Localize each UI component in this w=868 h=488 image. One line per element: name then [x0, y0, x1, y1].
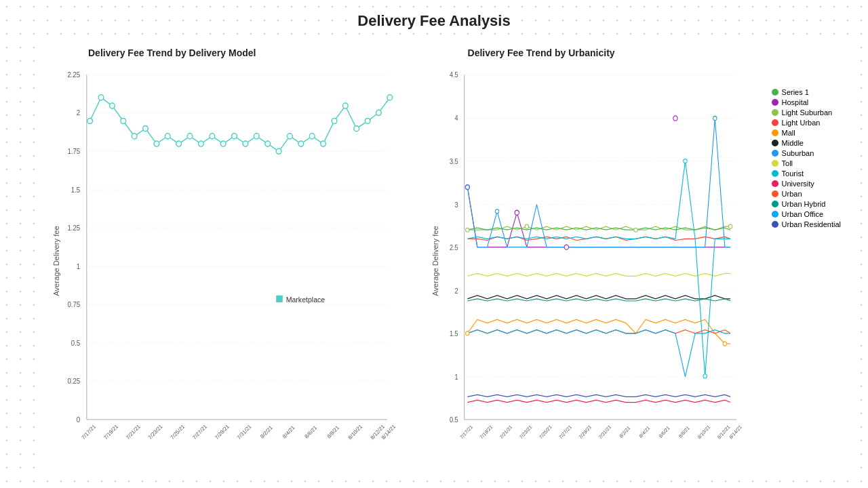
legend-dot-toll — [772, 160, 778, 167]
legend-dot-urban — [772, 190, 778, 197]
legend-dot-urban-hybrid — [772, 201, 778, 207]
legend-item-mall: Mall — [772, 129, 841, 137]
svg-text:7/23/21: 7/23/21 — [518, 424, 533, 441]
svg-text:2: 2 — [454, 287, 458, 295]
svg-text:0.75: 0.75 — [67, 301, 80, 308]
legend-item-university: University — [772, 180, 841, 188]
svg-text:8/14/21: 8/14/21 — [728, 424, 743, 441]
svg-point-90 — [673, 116, 677, 121]
svg-point-91 — [465, 228, 469, 232]
left-chart-panel: Delivery Fee Trend by Delivery Model Ave… — [41, 41, 420, 474]
svg-text:8/8/21: 8/8/21 — [326, 424, 341, 440]
svg-point-100 — [495, 209, 498, 214]
svg-point-92 — [525, 224, 528, 228]
svg-point-26 — [132, 134, 137, 139]
svg-point-96 — [723, 342, 726, 346]
legend-item-series1: Series 1 — [772, 88, 841, 96]
svg-text:8/2/21: 8/2/21 — [259, 424, 274, 440]
svg-text:Marketplace: Marketplace — [286, 296, 326, 304]
svg-text:2.5: 2.5 — [449, 243, 458, 251]
svg-text:0: 0 — [77, 416, 81, 424]
legend-label-middle: Middle — [782, 139, 804, 147]
legend-item-toll: Toll — [772, 159, 841, 167]
svg-text:7/27/21: 7/27/21 — [557, 424, 572, 441]
legend-label-urban-residential: Urban Residential — [782, 220, 841, 228]
svg-text:8/4/21: 8/4/21 — [637, 425, 650, 440]
svg-rect-50 — [276, 296, 283, 302]
svg-text:7/31/21: 7/31/21 — [236, 423, 253, 441]
legend-label-series1: Series 1 — [782, 88, 809, 96]
svg-text:1.25: 1.25 — [67, 224, 80, 232]
svg-point-47 — [365, 118, 370, 123]
svg-text:1.5: 1.5 — [71, 186, 81, 194]
svg-text:7/27/21: 7/27/21 — [192, 423, 209, 441]
svg-point-29 — [165, 134, 170, 139]
legend-item-light-urban: Light Urban — [772, 119, 841, 127]
svg-text:1: 1 — [454, 373, 458, 381]
charts-area: Delivery Fee Trend by Delivery Model Ave… — [41, 41, 854, 474]
svg-text:4.5: 4.5 — [449, 71, 458, 79]
svg-text:7/29/21: 7/29/21 — [577, 424, 592, 441]
svg-point-99 — [465, 185, 469, 189]
main-container: Delivery Fee Analysis Delivery Fee Trend… — [0, 0, 868, 488]
svg-text:0.5: 0.5 — [449, 416, 458, 424]
svg-point-25 — [121, 118, 126, 123]
svg-text:7/29/21: 7/29/21 — [214, 423, 231, 441]
legend-dot-tourist — [772, 170, 778, 177]
legend-item-urban-hybrid: Urban Hybrid — [772, 200, 841, 208]
svg-point-30 — [176, 141, 182, 146]
svg-text:1: 1 — [77, 263, 81, 270]
legend-label-toll: Toll — [782, 159, 793, 167]
svg-point-95 — [465, 331, 469, 336]
svg-point-45 — [342, 103, 348, 108]
legend-label-suburban: Suburban — [782, 149, 814, 157]
svg-text:0.25: 0.25 — [67, 378, 80, 385]
legend-item-urban-residential: Urban Residential — [772, 220, 841, 228]
svg-point-94 — [728, 224, 732, 228]
legend-item-middle: Middle — [772, 139, 841, 147]
legend-dot-university — [772, 180, 778, 187]
svg-point-27 — [143, 126, 149, 131]
legend-label-university: University — [782, 180, 814, 188]
svg-text:7/19/21: 7/19/21 — [102, 423, 119, 441]
svg-text:7/23/21: 7/23/21 — [147, 423, 164, 441]
legend-label-tourist: Tourist — [782, 169, 804, 178]
svg-point-89 — [564, 245, 568, 249]
svg-text:7/25/21: 7/25/21 — [538, 424, 553, 441]
legend-dot-urban-residential — [772, 221, 778, 228]
right-chart-legend: Series 1 Hospital Light Suburban Li — [772, 88, 841, 228]
svg-point-23 — [98, 95, 104, 100]
legend-dot-series1 — [772, 89, 778, 96]
legend-label-light-urban: Light Urban — [782, 119, 821, 127]
svg-point-49 — [387, 95, 393, 100]
svg-point-32 — [199, 141, 204, 146]
legend-dot-mall — [772, 129, 778, 136]
svg-text:7/17/21: 7/17/21 — [458, 424, 473, 441]
svg-point-46 — [354, 126, 359, 131]
svg-text:8/10/21: 8/10/21 — [347, 423, 364, 441]
legend-dot-urban-office — [772, 211, 778, 218]
svg-point-33 — [210, 134, 215, 139]
svg-point-44 — [332, 118, 337, 123]
svg-point-36 — [243, 141, 248, 146]
svg-point-88 — [515, 210, 519, 215]
legend-item-urban: Urban — [772, 190, 841, 198]
svg-point-34 — [220, 141, 226, 146]
right-chart-panel: Delivery Fee Trend by Urbanicity Average… — [420, 41, 854, 474]
legend-label-urban-hybrid: Urban Hybrid — [782, 200, 826, 208]
svg-point-22 — [87, 118, 93, 123]
svg-point-42 — [309, 134, 315, 139]
svg-text:7/17/21: 7/17/21 — [81, 423, 98, 441]
legend-label-hospital: Hospital — [782, 98, 809, 106]
legend-label-mall: Mall — [782, 129, 795, 137]
legend-dot-light-urban — [772, 119, 778, 126]
svg-point-101 — [713, 116, 716, 120]
legend-item-urban-office: Urban Office — [772, 210, 841, 218]
svg-text:2: 2 — [77, 109, 80, 117]
legend-label-urban: Urban — [782, 190, 802, 198]
svg-text:2.25: 2.25 — [67, 71, 80, 79]
legend-label-urban-office: Urban Office — [782, 210, 824, 218]
svg-text:Average Delivery fee: Average Delivery fee — [432, 226, 439, 296]
legend-dot-light-suburban — [772, 109, 778, 116]
svg-text:7/25/21: 7/25/21 — [170, 423, 186, 441]
